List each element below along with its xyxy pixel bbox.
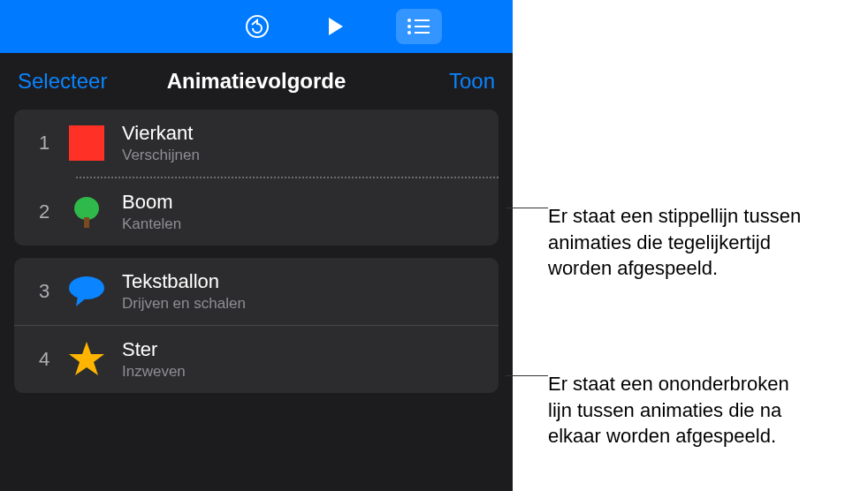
speech-bubble-icon bbox=[67, 272, 106, 311]
object-name: Tekstballon bbox=[122, 270, 246, 293]
undo-icon bbox=[244, 13, 270, 40]
panel-header: Selecteer Animatievolgorde Toon bbox=[0, 53, 513, 110]
animation-list: 1 Vierkant Verschijnen 2 Boom bbox=[0, 110, 513, 407]
toolbar bbox=[0, 0, 513, 53]
panel-title: Animatievolgorde bbox=[167, 69, 346, 93]
undo-button[interactable] bbox=[240, 10, 274, 43]
square-icon bbox=[67, 124, 106, 162]
callout-solid: Er staat een ononderbroken lijn tussen a… bbox=[506, 371, 813, 449]
animation-order-panel: Selecteer Animatievolgorde Toon 1 Vierka… bbox=[0, 0, 513, 491]
object-name: Vierkant bbox=[122, 122, 200, 145]
select-link[interactable]: Selecteer bbox=[18, 69, 107, 93]
callout-dotted: Er staat een stippellijn tussen animatie… bbox=[506, 203, 813, 282]
svg-point-7 bbox=[74, 197, 99, 220]
effect-name: Verschijnen bbox=[122, 147, 200, 164]
list-item[interactable]: 1 Vierkant Verschijnen bbox=[14, 110, 499, 177]
svg-rect-8 bbox=[84, 217, 89, 228]
list-item[interactable]: 4 Ster Inzweven bbox=[14, 326, 499, 393]
animation-group: 1 Vierkant Verschijnen 2 Boom bbox=[14, 110, 499, 246]
object-name: Ster bbox=[122, 338, 186, 361]
play-button[interactable] bbox=[318, 10, 352, 43]
annotations: Er staat een stippellijn tussen animatie… bbox=[513, 0, 868, 491]
callout-text: Er staat een stippellijn tussen animatie… bbox=[548, 203, 813, 282]
effect-name: Inzweven bbox=[122, 363, 186, 381]
order-number: 2 bbox=[39, 200, 67, 223]
svg-point-1 bbox=[407, 19, 411, 22]
animation-group: 3 Tekstballon Drijven en schalen 4 bbox=[14, 258, 499, 393]
svg-point-5 bbox=[407, 31, 411, 34]
effect-name: Drijven en schalen bbox=[122, 295, 246, 313]
svg-point-0 bbox=[247, 16, 268, 37]
effect-name: Kantelen bbox=[122, 215, 181, 233]
order-number: 1 bbox=[39, 132, 67, 155]
show-link[interactable]: Toon bbox=[449, 69, 495, 93]
tree-icon bbox=[67, 193, 106, 231]
svg-point-9 bbox=[69, 276, 104, 299]
list-icon bbox=[407, 18, 431, 35]
play-icon bbox=[324, 15, 346, 38]
star-icon bbox=[67, 340, 106, 379]
order-number: 4 bbox=[39, 348, 67, 371]
object-name: Boom bbox=[122, 191, 181, 214]
order-number: 3 bbox=[39, 280, 67, 303]
svg-point-3 bbox=[407, 25, 411, 28]
callout-text: Er staat een ononderbroken lijn tussen a… bbox=[548, 371, 813, 449]
list-button[interactable] bbox=[396, 9, 442, 44]
list-item[interactable]: 3 Tekstballon Drijven en schalen bbox=[14, 258, 499, 325]
list-item[interactable]: 2 Boom Kantelen bbox=[14, 178, 499, 246]
